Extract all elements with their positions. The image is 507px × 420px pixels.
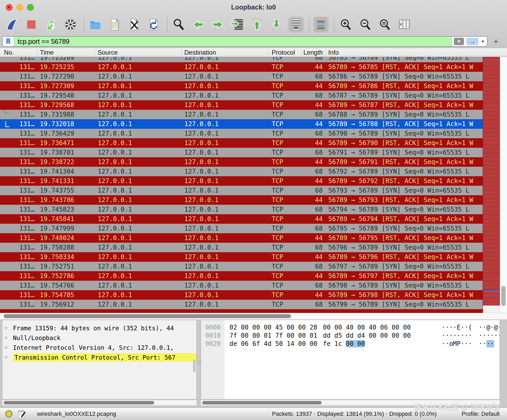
column-divider[interactable]: [326, 49, 326, 56]
packet-row[interactable]: 131…19.729568127.0.0.1127.0.0.1TCP445678…: [0, 100, 483, 110]
hex-hscrollbar-thumb[interactable]: [202, 401, 322, 404]
ascii-text: ····E··(: [442, 324, 472, 331]
display-filter-bar[interactable]: tcp.port == 56789 × → ▾: [2, 36, 487, 47]
packet-row[interactable]: 131…19.732018127.0.0.1127.0.0.1TCP445678…: [0, 119, 483, 129]
column-divider[interactable]: [182, 49, 182, 56]
chevron-right-icon[interactable]: >: [2, 354, 13, 360]
packet-row[interactable]: 131…19.745841127.0.0.1127.0.0.1TCP445678…: [0, 214, 483, 224]
packet-row[interactable]: 131…19.743786127.0.0.1127.0.0.1TCP445678…: [0, 195, 483, 205]
packet-row[interactable]: [0, 309, 483, 313]
stop-capture-button[interactable]: [24, 17, 39, 32]
column-divider[interactable]: [95, 49, 95, 56]
packet-row[interactable]: 131…19.745823127.0.0.1127.0.0.1TCP685679…: [0, 205, 483, 214]
packet-row[interactable]: 131…19.731988127.0.0.1127.0.0.1TCP685678…: [0, 110, 483, 119]
zoom-reset-button[interactable]: [377, 17, 392, 32]
capture-options-button[interactable]: [63, 17, 78, 32]
open-file-button[interactable]: [88, 17, 103, 32]
hex-dump-pane[interactable]: 000002 00 00 00 45 00 00 2800 00 40 00 4…: [201, 320, 500, 399]
go-last-packet-button[interactable]: [269, 17, 284, 32]
packet-row[interactable]: 131…19.747999127.0.0.1127.0.0.1TCP685679…: [0, 224, 483, 233]
column-header-info[interactable]: Info: [326, 48, 507, 57]
hex-line[interactable]: 0020de 06 6f 4d 50 14 00 00fe 1c 00 00··…: [201, 340, 500, 348]
detail-text: Internet Protocol Version 4, Src: 127.0.…: [13, 344, 174, 351]
packet-list[interactable]: 131…19.725209127.0.0.1127.0.0.1TCP685678…: [0, 57, 483, 313]
save-file-button[interactable]: 010100110101110: [107, 17, 123, 32]
horizontal-scrollbar[interactable]: [0, 313, 507, 320]
horizontal-scrollbar-thumb[interactable]: [4, 314, 291, 318]
detail-row-loopback[interactable]: > Null/Loopback: [2, 333, 196, 343]
column-header-source[interactable]: Source: [95, 48, 182, 57]
start-capture-button[interactable]: [4, 17, 20, 32]
packet-row[interactable]: 131…19.750288127.0.0.1127.0.0.1TCP685679…: [0, 243, 483, 252]
packet-row[interactable]: 131…19.738722127.0.0.1127.0.0.1TCP445678…: [0, 157, 483, 167]
colorize-packets-button[interactable]: [313, 17, 328, 32]
restart-capture-button[interactable]: [43, 17, 59, 32]
packet-minimap-scrollbar[interactable]: [483, 57, 500, 313]
expert-info-icon[interactable]: [5, 410, 12, 417]
packet-row[interactable]: 131…19.727309127.0.0.1127.0.0.1TCP445678…: [0, 81, 483, 91]
packet-row[interactable]: 131…19.727290127.0.0.1127.0.0.1TCP685678…: [0, 72, 483, 81]
packet-row[interactable]: 131…19.736429127.0.0.1127.0.0.1TCP685679…: [0, 129, 483, 138]
packet-row[interactable]: 131…19.754766127.0.0.1127.0.0.1TCP685679…: [0, 281, 483, 290]
hex-line[interactable]: 00107f 00 00 01 7f 00 00 01dd d5 dd d4 0…: [201, 332, 500, 340]
vertical-scrollbar[interactable]: [500, 57, 507, 313]
packet-row[interactable]: 131…19.729540127.0.0.1127.0.0.1TCP685678…: [0, 91, 483, 100]
vertical-scrollbar-thumb[interactable]: [501, 286, 506, 306]
zoom-in-button[interactable]: [338, 17, 353, 32]
packet-row[interactable]: 131…19.752751127.0.0.1127.0.0.1TCP685679…: [0, 262, 483, 271]
packet-row[interactable]: 131…19.741304127.0.0.1127.0.0.1TCP685679…: [0, 167, 483, 176]
column-header-time[interactable]: Time: [37, 48, 95, 57]
filter-dropdown-chevron-icon[interactable]: ▾: [481, 39, 485, 44]
capture-filename[interactable]: wireshark_lo0OXXE12.pcapng: [37, 408, 116, 420]
column-header-destination[interactable]: Destination: [182, 48, 268, 57]
packet-row[interactable]: 131…19.754785127.0.0.1127.0.0.1TCP445678…: [0, 290, 483, 300]
packet-row[interactable]: 131…19.750334127.0.0.1127.0.0.1TCP445678…: [0, 252, 483, 262]
chevron-right-icon[interactable]: >: [2, 335, 13, 341]
column-divider[interactable]: [301, 49, 302, 56]
packet-row[interactable]: 131…19.741331127.0.0.1127.0.0.1TCP445678…: [0, 176, 483, 186]
packet-row[interactable]: 131…19.756912127.0.0.1127.0.0.1TCP685679…: [0, 300, 483, 309]
column-header-length[interactable]: Length: [301, 48, 326, 57]
packet-row[interactable]: 131…19.748024127.0.0.1127.0.0.1TCP445678…: [0, 233, 483, 243]
column-header-protocol[interactable]: Protocol: [268, 48, 301, 57]
cell-len: 44: [301, 290, 326, 300]
goto-packet-icon: [230, 17, 245, 32]
reload-file-button[interactable]: [146, 17, 162, 32]
detail-row-frame[interactable]: > Frame 13159: 44 bytes on wire (352 bit…: [2, 323, 196, 333]
filter-input[interactable]: tcp.port == 56789: [14, 38, 452, 45]
packet-row[interactable]: 131…19.725235127.0.0.1127.0.0.1TCP445678…: [0, 62, 483, 72]
packet-row[interactable]: 131…19.752786127.0.0.1127.0.0.1TCP445678…: [0, 271, 483, 281]
pane-splitter-handle[interactable]: [197, 361, 201, 364]
cell-info: 56789 → 56790 [RST, ACK] Seq=1 Ack=1 W: [326, 138, 483, 148]
go-forward-button[interactable]: [210, 17, 226, 32]
details-hscrollbar-thumb[interactable]: [4, 401, 154, 404]
details-horizontal-scrollbar[interactable]: [2, 400, 197, 405]
packet-row[interactable]: 131…19.736471127.0.0.1127.0.0.1TCP445678…: [0, 138, 483, 148]
detail-row-ipv4[interactable]: > Internet Protocol Version 4, Src: 127.…: [2, 343, 196, 352]
chevron-right-icon[interactable]: >: [2, 325, 13, 331]
find-packet-button[interactable]: [171, 17, 186, 32]
go-back-button[interactable]: [191, 17, 206, 32]
capture-comment-icon[interactable]: [17, 409, 26, 420]
hex-line[interactable]: 000002 00 00 00 45 00 00 2800 00 40 00 4…: [201, 324, 500, 332]
column-header-no[interactable]: No.: [0, 48, 37, 57]
column-divider[interactable]: [268, 49, 269, 56]
go-first-packet-button[interactable]: [249, 17, 265, 32]
packet-row[interactable]: 131…19.738701127.0.0.1127.0.0.1TCP685679…: [0, 148, 483, 157]
details-scrollbar-thumb[interactable]: [193, 360, 196, 372]
packet-row[interactable]: 131…19.725209127.0.0.1127.0.0.1TCP685678…: [0, 57, 483, 62]
resize-columns-button[interactable]: [397, 17, 412, 32]
zoom-out-button[interactable]: [358, 17, 373, 32]
filter-clear-button[interactable]: ×: [454, 38, 464, 45]
go-to-packet-button[interactable]: [230, 17, 245, 32]
filter-bookmark-button[interactable]: [3, 37, 14, 46]
packet-details-pane[interactable]: > Frame 13159: 44 bytes on wire (352 bit…: [2, 320, 197, 399]
detail-row-tcp-selected[interactable]: > Transmission Control Protocol, Src Por…: [2, 352, 196, 362]
column-divider[interactable]: [37, 49, 37, 56]
filter-add-button[interactable]: +: [490, 35, 502, 47]
chevron-right-icon[interactable]: >: [2, 345, 13, 351]
filter-apply-button[interactable]: →: [466, 38, 478, 45]
auto-scroll-button[interactable]: [288, 17, 304, 32]
close-file-button[interactable]: [127, 17, 142, 32]
packet-row[interactable]: 131…19.743755127.0.0.1127.0.0.1TCP685679…: [0, 186, 483, 195]
